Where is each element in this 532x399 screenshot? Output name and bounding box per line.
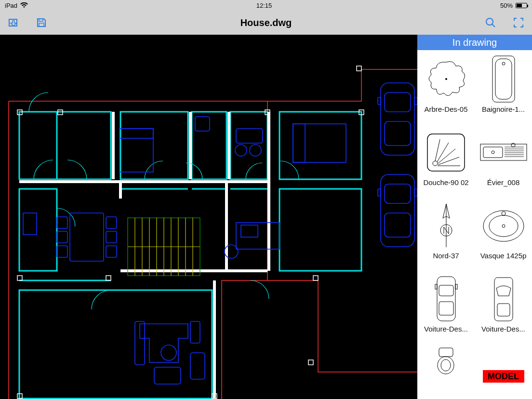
svg-rect-19 [293, 124, 305, 162]
svg-rect-17 [120, 129, 153, 138]
block-item-vasque[interactable]: Vasque 1425p [475, 197, 532, 270]
svg-rect-72 [480, 144, 527, 160]
svg-rect-29 [106, 217, 117, 228]
sink-icon [479, 126, 528, 178]
block-item-evier[interactable]: Évier_008 [475, 123, 532, 197]
svg-rect-38 [154, 367, 181, 384]
svg-rect-56 [308, 360, 313, 365]
battery-percent: 50% [500, 2, 513, 9]
svg-rect-31 [106, 246, 117, 257]
svg-rect-39 [190, 353, 205, 379]
basin-icon [479, 200, 528, 252]
svg-rect-90 [439, 302, 453, 315]
svg-rect-33 [241, 225, 258, 237]
svg-rect-65 [427, 134, 465, 171]
block-label: Arbre-Des-05 [420, 105, 473, 113]
svg-point-86 [502, 225, 505, 227]
svg-point-61 [445, 78, 447, 80]
drawing-canvas[interactable] [0, 35, 417, 399]
svg-rect-23 [236, 129, 263, 143]
svg-rect-89 [439, 285, 453, 296]
main-area: In drawing Arbre-Des-05 Baignoire-1... [0, 35, 532, 399]
battery-icon [516, 3, 527, 8]
block-item-wc[interactable] [417, 343, 475, 399]
block-item-voiture-2[interactable]: Voiture-Des... [475, 270, 532, 343]
svg-line-67 [435, 139, 440, 161]
svg-point-64 [502, 62, 505, 65]
search-icon[interactable] [484, 16, 497, 29]
svg-rect-43 [378, 97, 381, 105]
shower-icon [422, 126, 470, 178]
svg-rect-28 [57, 246, 67, 257]
car-icon [422, 273, 470, 325]
svg-rect-92 [455, 284, 457, 289]
blocks-grid: Arbre-Des-05 Baignoire-1... Douche-90 02 [417, 50, 532, 399]
svg-rect-16 [120, 129, 153, 172]
save-icon[interactable] [35, 16, 48, 29]
svg-rect-18 [293, 124, 346, 162]
svg-rect-25 [70, 213, 104, 261]
svg-rect-46 [385, 184, 411, 203]
model-badge-container: MODEL [475, 343, 532, 399]
svg-rect-30 [106, 231, 117, 243]
status-bar: iPad 12:15 50% [0, 0, 532, 11]
block-label: Voiture-Des... [477, 325, 530, 333]
file-title: House.dwg [240, 17, 292, 28]
svg-point-22 [250, 145, 261, 156]
svg-rect-48 [378, 189, 381, 196]
block-label: Voiture-Des... [420, 325, 473, 333]
svg-rect-88 [437, 277, 455, 321]
svg-line-4 [492, 24, 495, 27]
svg-point-81 [511, 143, 515, 147]
block-item-douche[interactable]: Douche-90 02 [417, 123, 475, 197]
svg-point-85 [489, 215, 518, 237]
bathtub-icon [479, 53, 528, 105]
block-label: Douche-90 02 [420, 178, 473, 186]
svg-rect-44 [414, 97, 417, 105]
svg-rect-41 [385, 93, 411, 112]
svg-rect-20 [195, 117, 210, 131]
sidebar-header: In drawing [417, 35, 532, 50]
svg-rect-93 [497, 304, 510, 316]
block-label: Vasque 1425p [477, 252, 530, 260]
model-badge[interactable]: MODEL [483, 370, 524, 383]
svg-rect-47 [385, 213, 411, 237]
tree-icon [422, 53, 470, 105]
svg-rect-60 [357, 66, 361, 71]
svg-point-37 [161, 345, 176, 360]
block-label: Baignoire-1... [477, 105, 530, 113]
svg-point-87 [502, 212, 505, 215]
compass-icon [422, 200, 470, 252]
block-item-arbre[interactable]: Arbre-Des-05 [417, 50, 475, 123]
folder-open-icon[interactable] [7, 16, 20, 29]
toilet-icon [422, 346, 470, 375]
svg-rect-73 [483, 147, 503, 158]
block-label: Nord-37 [420, 252, 473, 260]
svg-rect-1 [39, 19, 43, 21]
svg-point-66 [433, 161, 438, 166]
svg-rect-26 [57, 217, 67, 228]
device-label: iPad [5, 2, 17, 9]
svg-rect-42 [385, 121, 411, 146]
block-label: Évier_008 [477, 178, 530, 186]
svg-rect-94 [439, 348, 453, 357]
svg-rect-2 [39, 23, 44, 27]
fullscreen-icon[interactable] [512, 16, 525, 29]
svg-point-74 [492, 151, 494, 154]
block-item-nord[interactable]: Nord-37 [417, 197, 475, 270]
svg-point-21 [235, 145, 247, 156]
svg-rect-36 [190, 321, 200, 343]
svg-point-3 [486, 18, 493, 25]
car-icon [479, 273, 528, 325]
svg-rect-54 [313, 276, 318, 280]
svg-rect-24 [23, 213, 37, 235]
svg-rect-91 [435, 284, 437, 289]
block-item-voiture-1[interactable]: Voiture-Des... [417, 270, 475, 343]
svg-rect-49 [414, 189, 417, 196]
wifi-icon [20, 2, 28, 8]
blocks-sidebar: In drawing Arbre-Des-05 Baignoire-1... [417, 35, 532, 399]
toolbar: House.dwg [0, 11, 532, 35]
svg-point-96 [441, 359, 451, 371]
block-item-baignoire[interactable]: Baignoire-1... [475, 50, 532, 123]
svg-point-95 [438, 357, 454, 374]
